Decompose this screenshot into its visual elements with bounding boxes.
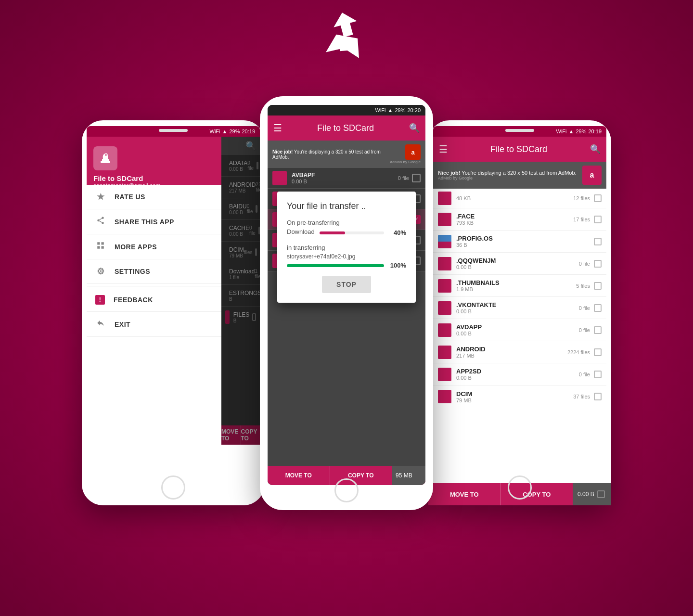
list-item: .QQQWENJM 0.00 B 0 file bbox=[433, 253, 606, 275]
drawer-app-name: File to SDCard bbox=[93, 174, 215, 182]
in-transfer-label: in transferring bbox=[287, 244, 406, 251]
drawer-item-feedback[interactable]: ! FEEDBACK bbox=[87, 288, 221, 312]
checkbox-top[interactable] bbox=[594, 194, 602, 202]
svg-marker-0 bbox=[331, 10, 360, 39]
grid-icon bbox=[95, 241, 106, 252]
list-item: APP2SD 0.00 B 0 file bbox=[433, 363, 606, 385]
navigation-drawer: File to SDCard capptomaster@gmail.com ★ … bbox=[87, 137, 221, 445]
drawer-item-exit[interactable]: EXIT bbox=[87, 312, 221, 337]
phone-home-left[interactable] bbox=[161, 475, 185, 500]
checkbox-qqq[interactable] bbox=[594, 260, 602, 268]
drawer-item-settings[interactable]: ⚙ SETTINGS bbox=[87, 259, 221, 284]
checkbox-face[interactable] bbox=[594, 216, 602, 223]
phone-left-screen: WiFi ▲ 29% 20:19 🔍 ADATA0.00 B 0 file bbox=[87, 126, 260, 473]
drawer-avatar bbox=[93, 146, 117, 170]
download-progress-fill bbox=[320, 231, 346, 234]
status-wifi-center: WiFi bbox=[375, 107, 386, 113]
list-item: .PROFIG.OS 36 B bbox=[433, 231, 606, 253]
phone-right-screen: WiFi ▲ 29% 20:19 ☰ File to SDCard 🔍 Nice… bbox=[433, 126, 606, 473]
dialog-title: Your file in transfer .. bbox=[287, 201, 406, 211]
status-bar-center: WiFi ▲ 29% 20:20 bbox=[268, 105, 425, 116]
settings-icon: ⚙ bbox=[95, 266, 106, 277]
folder-icon bbox=[438, 301, 451, 315]
folder-icon bbox=[438, 346, 451, 359]
checkbox-thumb[interactable] bbox=[594, 282, 602, 290]
status-time-left: 20:19 bbox=[242, 128, 255, 134]
svg-rect-11 bbox=[97, 242, 100, 244]
svg-point-6 bbox=[102, 217, 104, 219]
phone-speaker-left bbox=[159, 129, 188, 132]
drawer-settings-label: SETTINGS bbox=[115, 268, 150, 275]
drawer-rate-us-label: RATE US bbox=[115, 193, 145, 201]
status-time-center: 20:20 bbox=[407, 107, 421, 113]
stop-button[interactable]: STOP bbox=[322, 276, 371, 293]
drawer-feedback-label: FEEDBACK bbox=[114, 296, 153, 304]
search-icon-center[interactable]: 🔍 bbox=[409, 123, 420, 133]
search-icon-right[interactable]: 🔍 bbox=[590, 144, 601, 154]
folder-icon bbox=[438, 323, 451, 337]
drawer-item-share[interactable]: SHARE THIS APP bbox=[87, 209, 221, 234]
hamburger-icon-center[interactable]: ☰ bbox=[273, 122, 282, 134]
app-header-center: ☰ File to SDCard 🔍 bbox=[268, 116, 425, 141]
exit-icon bbox=[95, 319, 106, 330]
status-signal-right: ▲ bbox=[569, 128, 574, 134]
svg-line-10 bbox=[99, 218, 102, 220]
phone-right: WiFi ▲ 29% 20:19 ☰ File to SDCard 🔍 Nice… bbox=[428, 120, 611, 505]
folder-icon bbox=[438, 390, 451, 403]
checkbox-profig[interactable] bbox=[594, 238, 602, 245]
download-percent: 40% bbox=[389, 229, 406, 236]
status-wifi-left: WiFi bbox=[210, 128, 220, 134]
share-icon bbox=[95, 216, 106, 227]
app-title-center: File to SDCard bbox=[317, 123, 374, 133]
folder-icon-top bbox=[438, 192, 451, 205]
transfer-percent: 100% bbox=[389, 262, 406, 269]
checkbox-avd[interactable] bbox=[594, 326, 602, 334]
checkbox-dcim[interactable] bbox=[594, 393, 602, 400]
phone-home-center[interactable] bbox=[334, 478, 359, 502]
move-to-button-center[interactable]: MOVE TO bbox=[268, 466, 330, 485]
svg-rect-4 bbox=[102, 159, 109, 161]
status-wifi-right: WiFi bbox=[556, 128, 567, 134]
list-item: DCIM 79 MB 37 files bbox=[433, 385, 606, 408]
svg-point-7 bbox=[97, 219, 100, 222]
phone-speaker-right bbox=[505, 129, 534, 132]
phone-left: WiFi ▲ 29% 20:19 🔍 ADATA0.00 B 0 file bbox=[82, 120, 265, 505]
transfer-dialog: Your file in transfer .. On pre-transfer… bbox=[277, 192, 416, 303]
list-item: ANDROID 217 MB 2224 files bbox=[433, 341, 606, 363]
transfer-progress-fill bbox=[287, 264, 384, 267]
folder-icon-stripe bbox=[438, 235, 451, 248]
size-display-center: 95 MB bbox=[392, 466, 425, 485]
download-progress-row: Download 40% bbox=[287, 228, 406, 237]
drawer-profile: File to SDCard capptomaster@gmail.com bbox=[87, 137, 221, 185]
status-battery-right: 29% bbox=[576, 128, 586, 134]
svg-point-5 bbox=[105, 154, 107, 156]
status-signal-left: ▲ bbox=[222, 128, 228, 134]
drawer-more-apps-label: MORE APPS bbox=[115, 243, 157, 251]
checkbox-avbapf[interactable] bbox=[412, 174, 421, 182]
svg-rect-2 bbox=[339, 38, 354, 51]
status-battery-center: 29% bbox=[395, 107, 405, 113]
svg-rect-13 bbox=[97, 246, 100, 249]
status-time-right: 20:19 bbox=[588, 128, 602, 134]
drawer-exit-label: EXIT bbox=[115, 321, 130, 328]
checkbox-vk[interactable] bbox=[594, 304, 602, 312]
svg-rect-14 bbox=[102, 246, 104, 249]
checkbox-app2sd[interactable] bbox=[594, 371, 602, 378]
app-logo bbox=[320, 10, 373, 74]
admob-banner-center: Nice job! You're displaying a 320 x 50 t… bbox=[268, 141, 425, 168]
folder-icon bbox=[272, 171, 287, 185]
folder-icon bbox=[438, 279, 451, 293]
app-header-right: ☰ File to SDCard 🔍 bbox=[433, 137, 606, 162]
phones-showcase: WiFi ▲ 29% 20:19 🔍 ADATA0.00 B 0 file bbox=[82, 82, 611, 563]
phone-home-right[interactable] bbox=[508, 475, 532, 500]
phone-center-screen: WiFi ▲ 29% 20:20 ☰ File to SDCard 🔍 Nice… bbox=[268, 105, 425, 485]
right-top-file-item: 48 KB 12 files bbox=[433, 189, 606, 208]
folder-icon bbox=[438, 213, 451, 226]
drawer-item-more-apps[interactable]: MORE APPS bbox=[87, 234, 221, 259]
transfer-filename: storysaver+e74af0e2-0.jpg bbox=[287, 253, 406, 260]
checkbox-android[interactable] bbox=[594, 348, 602, 356]
status-signal-center: ▲ bbox=[388, 107, 393, 113]
list-item: AVDAPP 0.00 B 0 file bbox=[433, 319, 606, 341]
hamburger-icon-right[interactable]: ☰ bbox=[439, 143, 448, 155]
folder-icon bbox=[438, 257, 451, 270]
